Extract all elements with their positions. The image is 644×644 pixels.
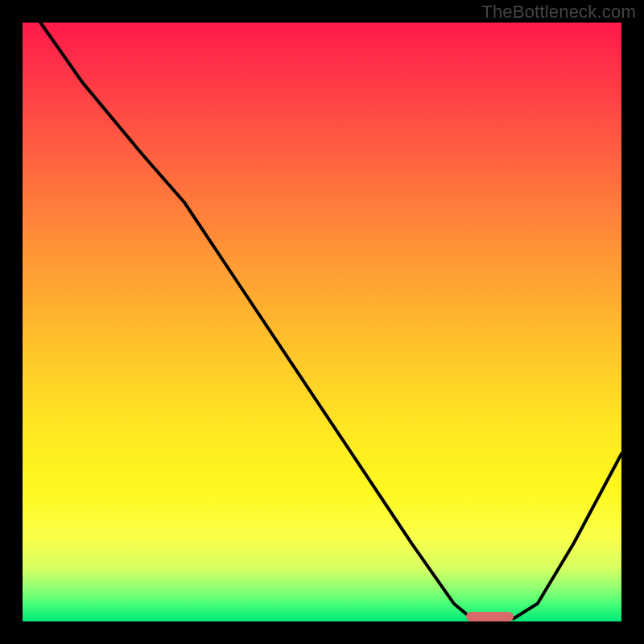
watermark-text: TheBottleneck.com: [481, 2, 636, 23]
bottleneck-curve: [23, 23, 621, 621]
plot-area: [23, 23, 621, 621]
optimal-range-marker: [466, 612, 514, 621]
